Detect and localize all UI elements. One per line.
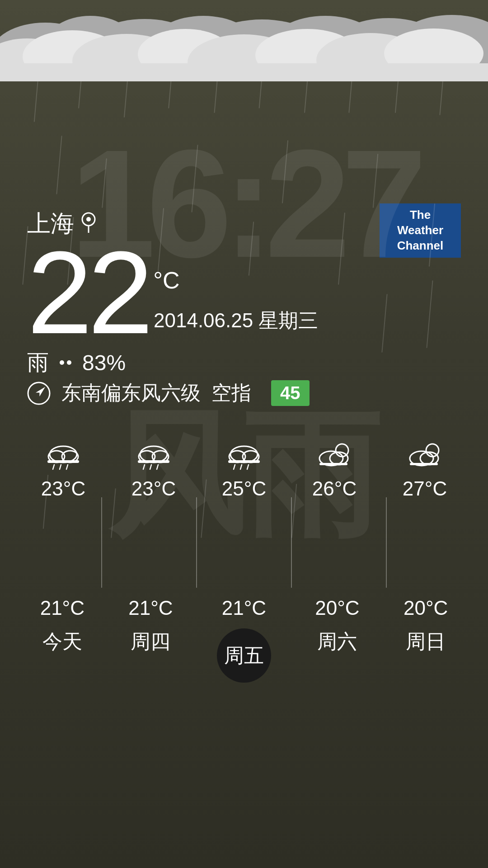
daily-item-3: 21°C 周五	[217, 597, 271, 683]
weather-condition: 雨	[27, 348, 49, 377]
daily-item-4: 20°C 周六	[315, 597, 359, 683]
daily-low-3: 21°C	[222, 597, 266, 619]
daily-low-5: 20°C	[404, 597, 448, 619]
daily-day-5: 周日	[406, 628, 446, 655]
svg-marker-20	[36, 385, 47, 396]
date-display: 2014.06.25 星期三	[154, 307, 318, 334]
daily-low-2: 21°C	[128, 597, 173, 619]
daily-day-2: 周四	[131, 628, 170, 655]
daily-item-2: 21°C 周四	[128, 597, 173, 683]
humidity-value: 83%	[82, 350, 126, 375]
daily-day-1: 今天	[42, 628, 82, 655]
condition-row: 雨 83%	[27, 348, 126, 377]
humidity-dots	[60, 360, 71, 365]
daily-item-1: 21°C 今天	[40, 597, 84, 683]
daily-day-3-active: 周五	[217, 628, 271, 683]
dot-1	[60, 360, 64, 365]
daily-forecast: 21°C 今天 21°C 周四 21°C 周五 20°C 周六 20°C 周日	[0, 597, 488, 683]
daily-low-4: 20°C	[315, 597, 359, 619]
daily-item-5: 20°C 周日	[404, 597, 448, 683]
svg-rect-16	[0, 63, 488, 81]
dot-2	[67, 360, 71, 365]
background-chars: 风雨	[0, 407, 488, 542]
svg-point-19	[28, 382, 50, 404]
compass-icon	[27, 382, 51, 405]
background-time: 16:27	[0, 127, 488, 280]
daily-low-1: 21°C	[40, 597, 84, 619]
daily-day-4: 周六	[317, 628, 357, 655]
top-clouds	[0, 0, 488, 81]
